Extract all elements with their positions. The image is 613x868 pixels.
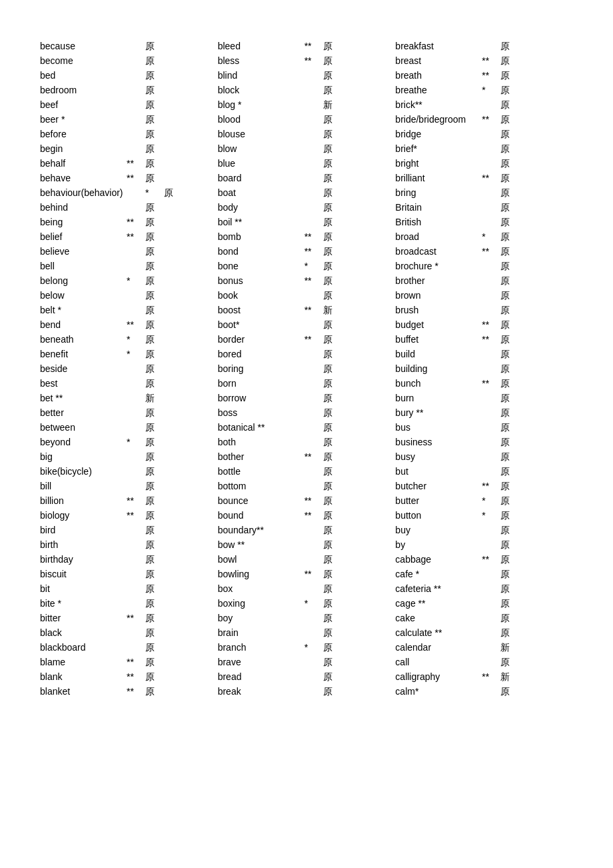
word-kanji1: 原: [500, 569, 514, 581]
word-text: bored: [218, 349, 305, 359]
word-row: bread原: [218, 671, 396, 685]
word-kanji1: 原: [323, 422, 336, 434]
column-1: because原become原bed原bedroom原beef原beer *原b…: [40, 40, 218, 700]
word-text: but: [395, 466, 482, 477]
word-row: Britain原: [395, 201, 573, 216]
word-row: between原: [40, 421, 218, 436]
word-kanji1: 原: [500, 393, 514, 405]
word-text: breathe: [395, 85, 482, 95]
word-row: British原: [395, 216, 573, 231]
word-text: birthday: [40, 554, 127, 565]
word-row: call原: [395, 656, 573, 671]
word-text: bike(bicycle): [40, 466, 127, 477]
word-kanji1: 原: [145, 99, 159, 111]
word-kanji1: 原: [323, 290, 336, 302]
word-text: better: [40, 407, 127, 418]
word-row: bound**原: [218, 509, 396, 524]
word-stars: *: [305, 261, 323, 271]
word-kanji1: 原: [500, 495, 514, 507]
word-kanji1: 原: [145, 70, 159, 82]
word-kanji1: 原: [145, 613, 159, 625]
word-row: billion**原: [40, 495, 218, 509]
word-text: bell: [40, 261, 127, 271]
word-text: broadcast: [395, 246, 482, 257]
word-kanji1: 原: [500, 143, 514, 155]
word-text: bread: [218, 671, 305, 682]
word-kanji1: 原: [145, 671, 159, 683]
word-text: breath: [395, 70, 482, 81]
word-kanji1: 原: [145, 85, 159, 97]
word-kanji1: 新: [500, 642, 514, 654]
word-stars: *: [482, 495, 500, 506]
word-text: British: [395, 217, 482, 227]
word-text: believe: [40, 246, 127, 257]
word-text: cafe *: [395, 569, 482, 579]
word-text: botanical **: [218, 422, 305, 433]
word-row: beyond*原: [40, 436, 218, 451]
word-kanji1: 原: [500, 481, 514, 493]
word-row: boxing*原: [218, 597, 396, 612]
word-text: board: [218, 173, 305, 183]
word-text: branch: [218, 642, 305, 653]
word-row: bitter**原: [40, 612, 218, 627]
word-row: blanket**原: [40, 685, 218, 700]
word-text: brush: [395, 305, 482, 315]
word-text: bow **: [218, 539, 305, 550]
word-row: behaviour(behavior)*原: [40, 187, 218, 201]
word-stars: *: [305, 642, 323, 653]
word-kanji1: 原: [500, 349, 514, 361]
word-stars: **: [127, 671, 145, 682]
word-row: boost**新: [218, 304, 396, 319]
word-row: broadcast**原: [395, 245, 573, 260]
word-kanji1: 原: [500, 407, 514, 419]
word-text: bottle: [218, 466, 305, 477]
word-kanji1: 原: [500, 261, 514, 273]
word-text: brick**: [395, 99, 482, 110]
word-kanji1: 原: [323, 143, 336, 155]
word-text: blind: [218, 70, 305, 81]
word-text: bride/bridegroom: [395, 114, 482, 125]
word-text: breakfast: [395, 41, 482, 51]
word-kanji1: 原: [500, 510, 514, 522]
word-row: botanical **原: [218, 421, 396, 436]
word-row: cabbage**原: [395, 553, 573, 568]
word-text: behind: [40, 202, 127, 213]
word-kanji1: 原: [145, 554, 159, 566]
word-row: blouse原: [218, 128, 396, 143]
word-text: boy: [218, 613, 305, 623]
word-kanji1: 原: [323, 583, 336, 595]
word-row: bright原: [395, 157, 573, 172]
word-kanji1: 原: [323, 598, 336, 610]
word-row: below原: [40, 289, 218, 304]
word-kanji1: 原: [500, 187, 514, 199]
word-row: borrow原: [218, 392, 396, 407]
word-kanji1: 原: [145, 642, 159, 654]
word-stars: **: [127, 510, 145, 521]
word-row: box原: [218, 583, 396, 597]
word-text: broad: [395, 231, 482, 242]
word-kanji1: 原: [323, 554, 336, 566]
word-kanji1: 原: [323, 55, 336, 67]
word-text: beyond: [40, 437, 127, 447]
word-kanji1: 原: [500, 202, 514, 214]
word-row: break原: [218, 685, 396, 700]
word-stars: **: [305, 451, 323, 462]
word-kanji1: 原: [145, 495, 159, 507]
word-kanji1: 原: [323, 85, 336, 97]
word-kanji1: 原: [500, 246, 514, 258]
word-kanji1: 原: [500, 305, 514, 317]
word-kanji2: 原: [164, 187, 177, 199]
word-row: border**原: [218, 333, 396, 348]
word-kanji1: 原: [500, 422, 514, 434]
word-row: breast**原: [395, 55, 573, 69]
word-kanji1: 原: [500, 525, 514, 537]
word-stars: **: [482, 114, 500, 125]
word-row: boss原: [218, 407, 396, 421]
word-kanji1: 原: [323, 231, 336, 243]
word-text: being: [40, 217, 127, 227]
word-row: boat原: [218, 187, 396, 201]
word-kanji1: 原: [145, 510, 159, 522]
word-kanji1: 原: [323, 363, 336, 375]
word-text: bonus: [218, 275, 305, 286]
word-stars: **: [482, 246, 500, 257]
